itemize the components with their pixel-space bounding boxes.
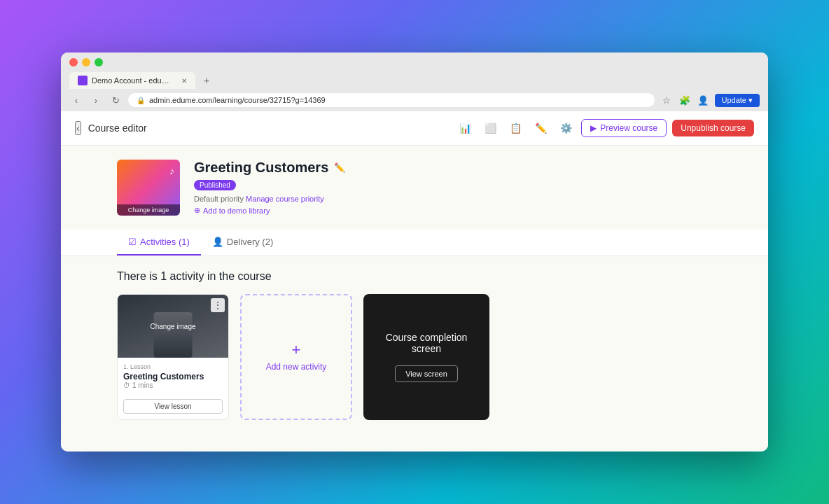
manage-priority-link[interactable]: Manage course priority <box>246 195 324 203</box>
view-screen-button[interactable]: View screen <box>395 365 458 382</box>
section-title: There is 1 activity in the course <box>117 270 712 283</box>
update-chevron-icon: ▾ <box>748 96 753 105</box>
lock-icon: 🔒 <box>137 97 145 104</box>
activity-card: Change image ⋮ 1. Lesson Greeting Custom… <box>117 294 229 420</box>
activity-menu-button[interactable]: ⋮ <box>211 298 225 312</box>
change-image-overlay[interactable]: Change image <box>117 204 180 216</box>
course-header: ♪ Change image Greeting Customers ✏️ Pub… <box>61 146 768 230</box>
completion-screen-title: Course completion screen <box>372 332 481 354</box>
course-name-edit-icon[interactable]: ✏️ <box>334 162 345 173</box>
new-tab-button[interactable]: + <box>198 72 215 89</box>
bookmark-icon[interactable]: ☆ <box>660 94 673 106</box>
app-content: ‹ Course editor 📊 ⬜ 📋 ✏️ ⚙️ ▶ Preview co… <box>61 111 768 451</box>
activities-grid: Change image ⋮ 1. Lesson Greeting Custom… <box>117 294 712 420</box>
unpublish-course-button[interactable]: Unpublish course <box>672 120 754 136</box>
back-chevron-icon: ‹ <box>76 122 80 134</box>
preview-course-button[interactable]: ▶ Preview course <box>581 119 667 137</box>
back-button[interactable]: ‹ <box>75 121 81 135</box>
settings-icon-button[interactable]: ⚙️ <box>556 118 576 138</box>
activity-type: 1. Lesson <box>123 363 223 370</box>
address-bar: ‹ › ↻ 🔒 admin.edume.com/learning/course/… <box>61 89 768 111</box>
course-tabs: ☑ Activities (1) 👤 Delivery (2) <box>61 230 768 256</box>
published-badge: Published <box>194 180 236 190</box>
library-icon: ⊕ <box>194 206 200 215</box>
completion-screen-card: Course completion screen View screen <box>363 294 489 420</box>
view-lesson-button[interactable]: View lesson <box>123 399 223 414</box>
tab-close-icon[interactable]: ✕ <box>181 77 187 85</box>
tab-title: Demo Account - eduMe Contr... <box>92 76 174 85</box>
browser-tab-active[interactable]: Demo Account - eduMe Contr... ✕ <box>69 72 195 89</box>
activity-card-body: 1. Lesson Greeting Customers ⏱ 1 mins Vi… <box>118 358 228 419</box>
course-info: Greeting Customers ✏️ Published Default … <box>194 160 712 215</box>
clipboard-icon-button[interactable]: 📋 <box>506 118 525 138</box>
analytics-icon-button[interactable]: 📊 <box>455 118 475 138</box>
topnav-left: ‹ Course editor <box>75 121 147 135</box>
close-traffic-light[interactable] <box>69 58 78 66</box>
activities-tab-icon: ☑ <box>128 237 137 247</box>
course-meta: Default priority Manage course priority <box>194 195 712 203</box>
activities-section: There is 1 activity in the course Change… <box>61 256 768 434</box>
url-bar[interactable]: 🔒 admin.edume.com/learning/course/32715?… <box>128 93 655 107</box>
tab-favicon <box>78 76 88 85</box>
maximize-traffic-light[interactable] <box>95 58 103 66</box>
edit-icon-button[interactable]: ✏️ <box>531 118 550 138</box>
delivery-tab-icon: 👤 <box>212 237 223 247</box>
browser-tabs-bar: Demo Account - eduMe Contr... ✕ + <box>69 72 760 89</box>
activity-card-image: Change image ⋮ <box>118 295 228 358</box>
update-button[interactable]: Update ▾ <box>715 94 760 107</box>
course-name: Greeting Customers ✏️ <box>194 160 712 176</box>
clock-icon: ⏱ <box>123 382 130 389</box>
tab-activities[interactable]: ☑ Activities (1) <box>117 230 201 255</box>
topnav-right: 📊 ⬜ 📋 ✏️ ⚙️ ▶ Preview course Unpublish c… <box>455 118 754 138</box>
page-title: Course editor <box>88 122 147 134</box>
forward-nav-button[interactable]: › <box>89 93 103 107</box>
preview-icon: ▶ <box>590 123 597 133</box>
app-topnav: ‹ Course editor 📊 ⬜ 📋 ✏️ ⚙️ ▶ Preview co… <box>61 111 768 146</box>
activity-duration: ⏱ 1 mins <box>123 382 223 389</box>
back-nav-button[interactable]: ‹ <box>69 93 83 107</box>
add-activity-card[interactable]: + Add new activity <box>240 294 352 420</box>
url-text: admin.edume.com/learning/course/32715?g=… <box>149 96 326 104</box>
traffic-lights <box>69 58 760 66</box>
course-image: ♪ Change image <box>117 160 180 216</box>
profile-icon[interactable]: 👤 <box>697 94 709 106</box>
browser-actions: ☆ 🧩 👤 Update ▾ <box>660 94 760 107</box>
add-to-library-link[interactable]: ⊕ Add to demo library <box>194 206 712 215</box>
minimize-traffic-light[interactable] <box>82 58 90 66</box>
browser-window: Demo Account - eduMe Contr... ✕ + ‹ › ↻ … <box>61 52 768 451</box>
extensions-icon[interactable]: 🧩 <box>678 94 691 106</box>
tab-delivery[interactable]: 👤 Delivery (2) <box>201 230 284 255</box>
add-activity-label: Add new activity <box>266 362 327 372</box>
activity-name: Greeting Customers <box>123 372 223 382</box>
browser-chrome: Demo Account - eduMe Contr... ✕ + <box>61 52 768 89</box>
reload-nav-button[interactable]: ↻ <box>109 93 123 107</box>
copy-icon-button[interactable]: ⬜ <box>480 118 500 138</box>
add-activity-icon: + <box>292 342 301 358</box>
music-icon: ♪ <box>169 165 174 176</box>
